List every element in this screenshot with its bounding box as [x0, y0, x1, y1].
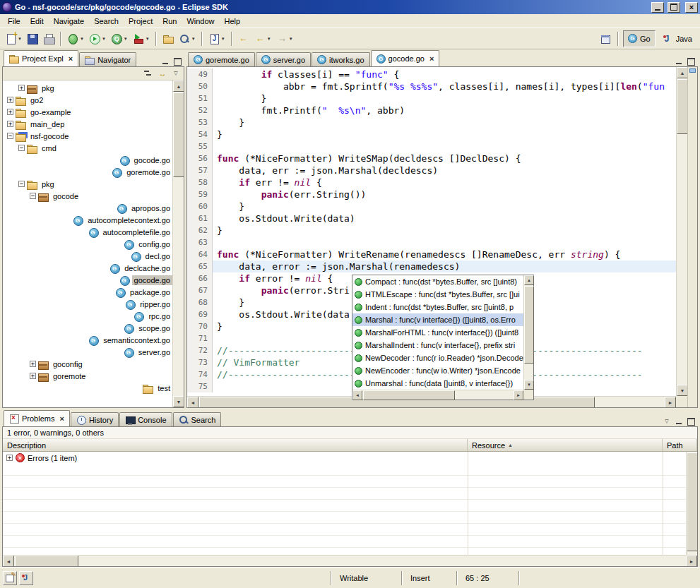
debug-button[interactable]: ▼ — [65, 30, 86, 47]
minimize-view-button[interactable] — [673, 416, 684, 426]
scrollbar-thumb[interactable] — [15, 556, 78, 567]
code-line[interactable]: 49 if classes[i] == "func" { — [187, 68, 676, 80]
scroll-up-icon[interactable]: ▲ — [524, 275, 534, 285]
view-menu-button[interactable]: ▽ — [661, 416, 672, 426]
tree-scrollbar[interactable]: ▲ ▼ — [172, 80, 184, 407]
code-line[interactable]: 54} — [187, 128, 676, 140]
fast-view-button-1[interactable] — [3, 571, 17, 585]
tree-item-gocode[interactable]: −gocode — [3, 190, 172, 202]
tree-item-declcache-go[interactable]: declcache.go — [3, 262, 172, 274]
run-last-tool-button[interactable]: ▼ — [109, 30, 130, 47]
tree-item-semanticcontext-go[interactable]: semanticcontext.go — [3, 334, 172, 346]
menu-help[interactable]: Help — [220, 15, 246, 28]
table-row[interactable]: + × Errors (1 item) — [3, 452, 697, 464]
scrollbar-thumb[interactable] — [363, 390, 455, 400]
code-line[interactable]: 59 panic(err.String()) — [187, 188, 676, 200]
code-line[interactable]: 57 data, err := json.Marshal(decldescs) — [187, 164, 676, 176]
completion-item[interactable]: NewEncoder : func(w io.Writer) *json.Enc… — [352, 364, 523, 377]
external-tools-button[interactable]: ▼ — [131, 30, 152, 47]
maximize-window-button[interactable] — [668, 2, 680, 13]
collapse-icon[interactable]: − — [7, 133, 13, 139]
chevron-down-icon[interactable]: ▼ — [146, 37, 150, 41]
scroll-right-icon[interactable]: ► — [665, 397, 676, 408]
scroll-left-icon[interactable]: ◄ — [352, 390, 362, 400]
completion-item[interactable]: MarshalForHTML : func(v interface{}) ([]… — [352, 326, 523, 339]
tree-item-decl-go[interactable]: decl.go — [3, 250, 172, 262]
scrollbar-thumb[interactable] — [677, 79, 688, 134]
editor-tab-goremote-go[interactable]: goremote.go — [188, 52, 255, 66]
completion-item[interactable]: Marshal : func(v interface{}) ([]uint8, … — [352, 313, 523, 326]
menu-window[interactable]: Window — [182, 15, 219, 28]
expand-icon[interactable]: + — [6, 455, 13, 461]
scroll-right-icon[interactable]: ► — [514, 390, 523, 400]
view-tab-problems[interactable]: Problems× — [4, 410, 70, 426]
completion-item[interactable]: Indent : func(dst *bytes.Buffer, src []u… — [352, 301, 523, 313]
java-perspective-button[interactable]: Java — [657, 30, 697, 47]
code-line[interactable]: 55 — [187, 140, 676, 152]
scrollbar-thumb[interactable] — [173, 92, 184, 177]
tree-item-autocompletefile-go[interactable]: autocompletefile.go — [3, 226, 172, 238]
last-edit-location-button[interactable] — [236, 30, 251, 47]
scroll-down-icon[interactable]: ▼ — [524, 380, 534, 390]
chevron-down-icon[interactable]: ▼ — [221, 37, 225, 41]
code-line[interactable]: 51 } — [187, 92, 676, 104]
tree-item-goconfig[interactable]: +goconfig — [3, 358, 172, 370]
minimize-editor-button[interactable] — [673, 56, 684, 66]
menu-search[interactable]: Search — [89, 15, 124, 28]
chevron-down-icon[interactable]: ▼ — [191, 37, 196, 41]
code-line[interactable]: 52 fmt.Printf(" %s\n", abbr) — [187, 104, 676, 116]
close-icon[interactable]: × — [59, 414, 64, 423]
close-icon[interactable]: × — [69, 54, 73, 63]
chevron-down-icon[interactable]: ▼ — [289, 37, 293, 41]
editor-tab-gocode-go[interactable]: gocode.go× — [371, 50, 440, 66]
back-button[interactable]: ▼ — [252, 30, 273, 47]
menu-run[interactable]: Run — [158, 15, 182, 28]
tree-item-cmd[interactable]: −cmd — [3, 142, 172, 154]
scroll-left-icon[interactable]: ◄ — [3, 556, 14, 567]
search-button[interactable]: ▼ — [177, 30, 198, 47]
problems-vertical-scrollbar[interactable] — [686, 452, 697, 555]
tree-item-ripper-go[interactable]: ripper.go — [3, 298, 172, 310]
forward-button[interactable]: ▼ — [274, 30, 295, 47]
chevron-down-icon[interactable]: ▼ — [124, 37, 128, 41]
collapse-icon[interactable]: − — [18, 145, 25, 151]
view-tab-console[interactable]: Console — [119, 412, 172, 426]
run-button[interactable]: ▼ — [87, 30, 108, 47]
tree-item-apropos-go[interactable]: apropos.go — [3, 202, 172, 214]
expand-icon[interactable]: + — [30, 373, 36, 379]
collapse-icon[interactable]: − — [30, 193, 36, 199]
code-line[interactable]: 64func (*NiceFormatter) WriteRename(rena… — [187, 248, 676, 260]
code-line[interactable]: 56func (*NiceFormatter) WriteSMap(declde… — [187, 152, 676, 164]
save-button[interactable] — [25, 30, 40, 47]
expand-icon[interactable]: + — [7, 109, 13, 115]
overview-ruler[interactable] — [687, 67, 697, 407]
tree-item-package-go[interactable]: package.go — [3, 286, 172, 298]
chevron-down-icon[interactable]: ▼ — [102, 37, 106, 41]
menu-file[interactable]: File — [3, 15, 25, 28]
go-perspective-button[interactable]: Go — [623, 30, 655, 47]
popup-vertical-scrollbar[interactable]: ▲ ▼ — [523, 275, 533, 390]
overview-annotation-marker[interactable] — [689, 68, 696, 73]
view-tab-project-expl[interactable]: Project Expl× — [4, 50, 78, 66]
minimize-window-button[interactable] — [651, 2, 664, 13]
scroll-down-icon[interactable]: ▼ — [677, 385, 688, 396]
column-header-resource[interactable]: Resource▲ — [468, 439, 663, 451]
open-perspective-button[interactable] — [598, 30, 613, 47]
maximize-view-button[interactable] — [685, 416, 696, 426]
tree-item-go-example[interactable]: +go-example — [3, 106, 172, 118]
scroll-right-icon[interactable]: ► — [686, 556, 697, 567]
link-with-editor-button[interactable] — [156, 68, 169, 79]
tree-item-gocode-go[interactable]: gocode.go — [3, 154, 172, 166]
collapse-icon[interactable]: − — [18, 181, 25, 187]
scroll-up-icon[interactable]: ▲ — [677, 67, 688, 78]
code-line[interactable]: 60 } — [187, 200, 676, 212]
tree-item-config-go[interactable]: config.go — [3, 238, 172, 250]
maximize-view-button[interactable] — [172, 56, 183, 66]
chevron-down-icon[interactable]: ▼ — [18, 37, 22, 41]
view-tab-search[interactable]: Search — [173, 412, 222, 426]
collapse-all-button[interactable] — [142, 68, 155, 79]
code-line[interactable]: 61 os.Stdout.Write(data) — [187, 212, 676, 224]
expand-icon[interactable]: + — [7, 121, 13, 127]
code-line[interactable]: 53 } — [187, 116, 676, 128]
scroll-left-icon[interactable]: ◄ — [187, 397, 198, 408]
